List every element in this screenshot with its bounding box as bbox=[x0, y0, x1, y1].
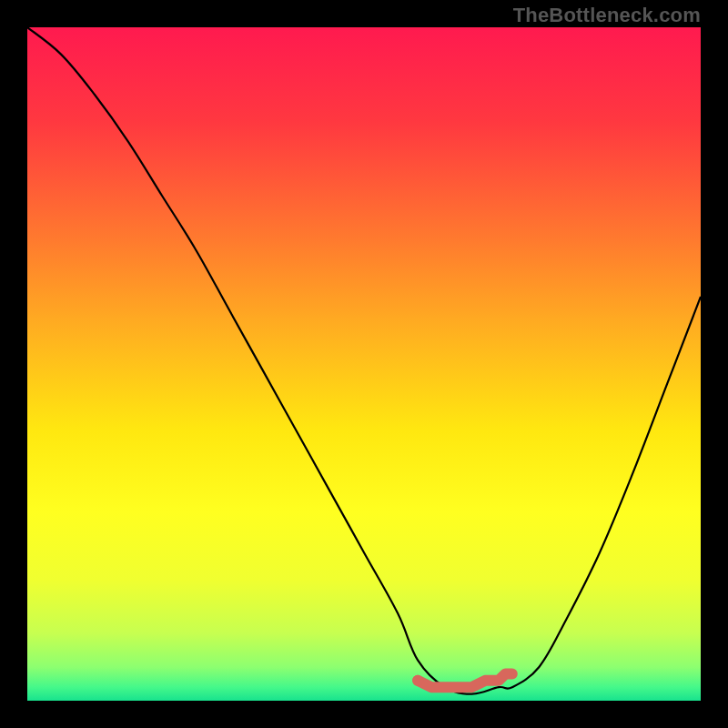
plot-area bbox=[27, 27, 701, 701]
chart-frame: TheBottleneck.com bbox=[0, 0, 728, 728]
svg-rect-0 bbox=[27, 27, 701, 701]
watermark-text: TheBottleneck.com bbox=[513, 4, 701, 27]
background-gradient bbox=[27, 27, 701, 701]
